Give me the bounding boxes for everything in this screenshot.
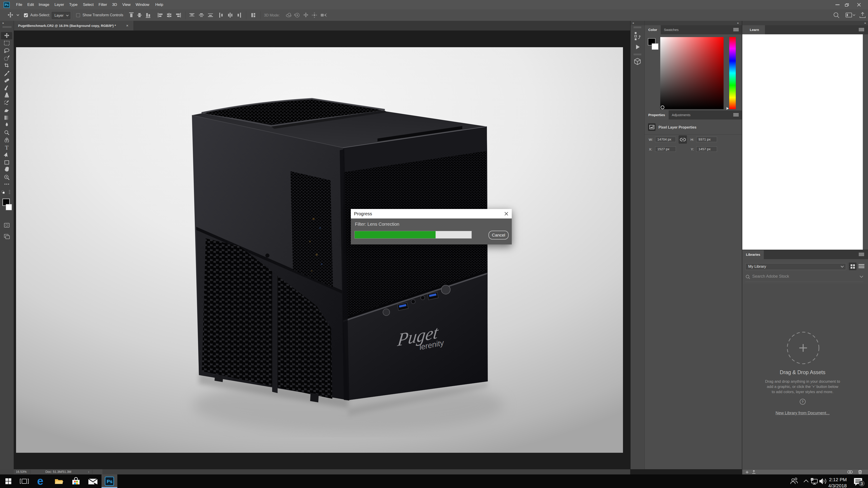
svg-text:»: »: [2, 21, 4, 25]
svg-text:4/3/2018: 4/3/2018: [828, 483, 847, 488]
svg-text:3: 3: [861, 482, 863, 486]
svg-text:e: e: [37, 475, 43, 487]
svg-text:?: ?: [802, 400, 804, 403]
svg-text:2:12 PM: 2:12 PM: [829, 477, 847, 482]
svg-text:T: T: [5, 144, 8, 151]
svg-text:Ps: Ps: [107, 479, 113, 484]
svg-text:3D Mode:: 3D Mode:: [264, 13, 280, 17]
